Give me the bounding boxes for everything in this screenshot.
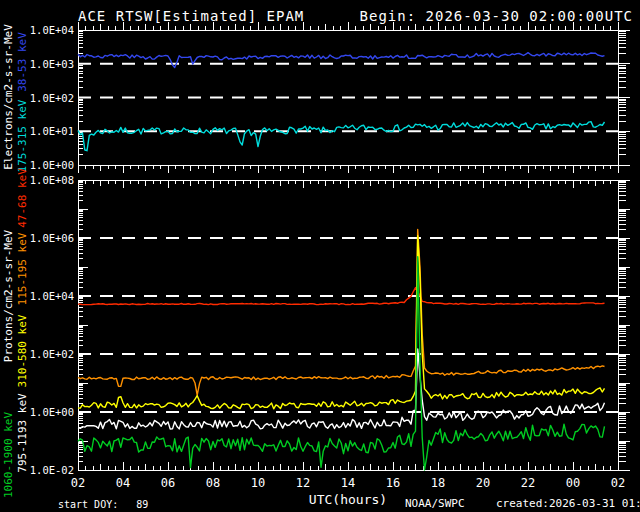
y-tick-label: 1.0E+02	[22, 348, 74, 360]
x-tick-label: 12	[290, 476, 316, 490]
epam-flux-figure: ACE RTSW[Estimated] EPAM Begin: 2026-03-…	[0, 0, 640, 512]
trace-175-315-keV	[78, 122, 605, 151]
y-tick-label: 1.0E+00	[22, 406, 74, 418]
x-tick-label: 18	[425, 476, 451, 490]
x-tick-label: 02	[65, 476, 91, 490]
x-tick-label: 06	[155, 476, 181, 490]
ylabel-electrons: Electrons/cm2-s-sr-MeV	[2, 24, 15, 170]
trace-38-53-keV	[78, 53, 605, 68]
channel-label-310-580-kev: 310-580 keV	[16, 315, 29, 388]
y-tick-label: 1.0E+06	[22, 232, 74, 244]
plot-canvas	[0, 0, 640, 512]
trace-1060-1900-keV	[78, 257, 605, 470]
channel-label-795-1193-kev: 795-1193 keV	[16, 393, 29, 472]
channel-label-175-315-kev: 175-315 keV	[16, 100, 29, 173]
channel-label-115-195-kev: 115-195 keV	[16, 233, 29, 306]
y-tick-label: 1.0E+03	[22, 58, 74, 70]
y-tick-label: 1.0E+02	[22, 92, 74, 104]
x-tick-label: 16	[380, 476, 406, 490]
x-tick-label: 14	[335, 476, 361, 490]
channel-label-1060-1900-kev: 1060-1900 keV	[2, 412, 15, 498]
channel-label-47-68-kev: 47-68 keV	[16, 168, 29, 228]
x-tick-label: 22	[515, 476, 541, 490]
y-tick-label: 1.0E+08	[22, 174, 74, 186]
y-tick-label: 1.0E+00	[22, 159, 74, 171]
y-tick-label: 1.0E-02	[22, 464, 74, 476]
x-tick-label: 10	[245, 476, 271, 490]
x-tick-label: 00	[560, 476, 586, 490]
x-tick-label: 20	[470, 476, 496, 490]
plot-title: ACE RTSW[Estimated] EPAM	[78, 8, 304, 24]
y-tick-label: 1.0E+04	[22, 24, 74, 36]
agency-label: NOAA/SWPC	[405, 497, 465, 510]
created-timestamp: created:2026-03-31 01:16:10UTC	[496, 497, 640, 510]
x-tick-label: 02	[605, 476, 631, 490]
begin-timestamp: Begin: 2026-03-30 02:00:00UTC	[320, 8, 633, 24]
y-tick-label: 1.0E+04	[22, 290, 74, 302]
x-tick-label: 04	[110, 476, 136, 490]
x-axis-label: UTC(hours)	[288, 492, 408, 507]
trace-310-580-keV	[78, 236, 605, 409]
x-tick-label: 08	[200, 476, 226, 490]
channel-label-38-53-kev: 38-53 keV	[16, 32, 29, 92]
ylabel-protons: Protons/cm2-s-sr-MeV	[2, 230, 15, 362]
trace-795-1193-keV	[78, 349, 605, 429]
start-doy-label: start DOY: 89	[58, 499, 148, 510]
trace-115-195-keV	[78, 230, 605, 396]
panel-frame	[78, 180, 618, 470]
y-tick-label: 1.0E+01	[22, 125, 74, 137]
